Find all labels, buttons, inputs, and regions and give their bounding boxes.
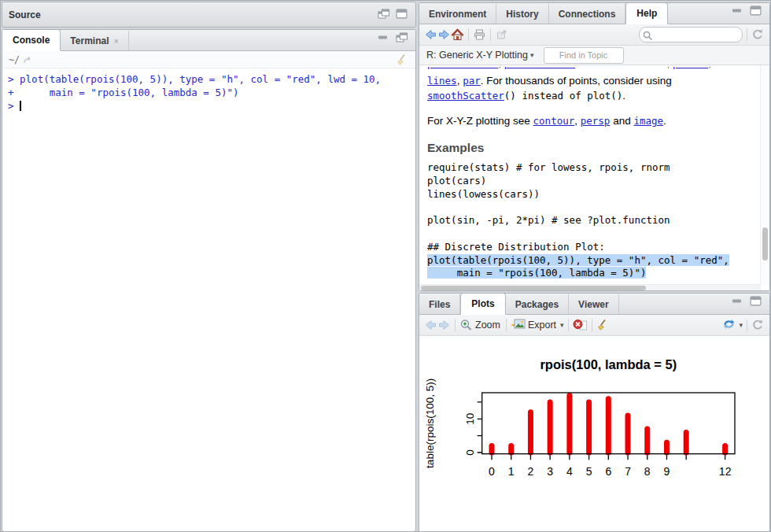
help-link-smoothscatter[interactable]: smoothScatter [427,90,504,102]
tab-plots[interactable]: Plots [460,293,505,315]
refresh-icon[interactable] [751,28,765,41]
print-icon[interactable] [473,28,486,41]
export-image-icon[interactable] [511,319,526,331]
remove-plot-icon[interactable] [573,319,588,331]
tab-environment[interactable]: Environment [419,4,496,24]
refresh-icon[interactable] [751,319,765,331]
text-cursor [20,101,21,111]
source-pane-title: Source [9,9,41,20]
plots-toolbar: Zoom Export ▾ ▾ [419,315,769,336]
help-search-input[interactable] [653,29,739,40]
help-content: plot.default, plot.formula and other met… [419,65,769,291]
help-toolbar [419,24,769,46]
close-icon[interactable]: × [113,36,118,46]
tab-terminal[interactable]: Terminal× [61,31,129,50]
help-pane: Environment History Connections Help R: … [419,2,770,291]
examples-heading: Examples [427,141,755,155]
rpois-plot: rpois(100, lambda = 5)table(rpois(100, 5… [419,336,768,532]
y-tick-label: 10 [464,413,476,425]
plots-pane: Files Plots Packages Viewer Zoom Export … [419,293,770,532]
open-in-new-window-icon[interactable] [495,28,508,41]
restore-pane-icon[interactable] [396,32,409,45]
search-icon [643,30,653,40]
tab-files[interactable]: Files [419,294,460,314]
console-line: + main = "rpois(100, lambda = 5)") [8,87,239,98]
tab-history[interactable]: History [496,4,548,24]
tab-help[interactable]: Help [625,2,668,24]
help-link-contour[interactable]: contour [533,115,575,127]
help-link-lines[interactable]: lines [427,75,457,87]
help-link-image[interactable]: image [633,115,663,127]
console-input-area[interactable]: > plot(table(rpois(100, 5)), type = "h",… [2,68,415,116]
chevron-down-icon[interactable]: ▾ [560,321,564,329]
publish-icon[interactable] [721,319,736,331]
export-button[interactable]: Export [528,320,556,331]
forward-icon[interactable] [437,28,451,41]
console-toolbar: ~/ [2,51,415,68]
zoom-plot-icon[interactable] [459,319,473,331]
tab-console[interactable]: Console [2,29,61,51]
plots-tabstrip: Files Plots Packages Viewer [419,294,769,315]
scrollbar-thumb[interactable] [421,286,646,290]
console-prompt: > [8,100,20,112]
horizontal-scrollbar[interactable] [419,284,761,291]
previous-plot-icon[interactable] [424,319,437,331]
help-paragraph: For X-Y-Z plotting see contour, persp an… [427,113,755,128]
maximize-pane-icon[interactable] [750,6,763,18]
x-tick-label: 2 [528,465,534,478]
x-tick-label: 1 [508,465,515,478]
minimize-pane-icon[interactable] [378,32,391,45]
chevron-down-icon[interactable]: ▾ [739,321,743,329]
source-titlebar: Source [2,2,415,27]
maximize-pane-icon[interactable] [396,9,409,21]
scrollbar-thumb[interactable] [762,227,768,260]
help-topic-bar: R: Generic X-Y Plotting ▾ [419,46,769,65]
minimize-pane-icon[interactable] [732,296,745,308]
y-tick-label: 0 [464,449,476,456]
x-tick-label: 3 [547,465,553,478]
find-in-topic-input[interactable] [544,47,624,64]
x-tick-label: 12 [719,465,732,478]
help-search-box[interactable] [639,27,743,42]
console-tabstrip: Console Terminal× [2,30,415,51]
help-link-persp[interactable]: persp [581,115,611,127]
help-link[interactable]: plot.formula [504,67,575,69]
console-pane: Console Terminal× ~/ > plot(table(rpois(… [2,29,416,532]
restore-pane-icon[interactable] [378,9,391,21]
clipped-text-line: plot.default, plot.formula and other met… [427,67,755,71]
maximize-pane-icon[interactable] [750,296,763,308]
back-icon[interactable] [424,28,437,41]
goto-directory-icon[interactable] [23,54,34,66]
vertical-scrollbar[interactable] [760,65,769,285]
tab-viewer[interactable]: Viewer [569,294,618,314]
zoom-button[interactable]: Zoom [475,320,500,331]
plot-canvas: rpois(100, lambda = 5)table(rpois(100, 5… [419,336,769,532]
tab-packages[interactable]: Packages [506,294,569,314]
x-tick-label: 8 [644,465,651,478]
selected-code: plot(table(rpois(100, 5)), type = "h", c… [427,254,729,279]
help-link-par[interactable]: par [463,75,481,87]
clear-console-broom-icon[interactable] [396,54,409,66]
x-tick-label: 7 [625,465,631,478]
help-paragraph: lines, par. For thousands of points, con… [427,73,755,103]
next-plot-icon[interactable] [437,319,451,331]
x-tick-label: 0 [489,465,495,478]
help-link[interactable]: plot.default [427,67,498,69]
plot-title: rpois(100, lambda = 5) [540,357,677,371]
x-tick-label: 4 [566,465,573,478]
clear-all-plots-broom-icon[interactable] [596,319,610,331]
console-line: > plot(table(rpois(100, 5)), type = "h",… [8,73,381,85]
help-topic-title[interactable]: R: Generic X-Y Plotting [426,50,528,61]
chevron-down-icon[interactable]: ▾ [530,51,534,59]
minimize-pane-icon[interactable] [732,6,745,18]
x-tick-label: 5 [586,465,592,478]
example-code-block: require(stats) # for lowess, rpois, rnor… [427,161,755,291]
help-tabstrip: Environment History Connections Help [419,3,769,24]
help-link[interactable]: points [673,67,708,69]
tab-connections[interactable]: Connections [549,4,626,24]
x-tick-label: 9 [664,465,670,478]
x-tick-label: 6 [605,465,611,478]
working-directory[interactable]: ~/ [9,54,20,65]
plot-y-axis-label: table(rpois(100, 5)) [424,379,436,468]
home-icon[interactable] [451,28,464,41]
